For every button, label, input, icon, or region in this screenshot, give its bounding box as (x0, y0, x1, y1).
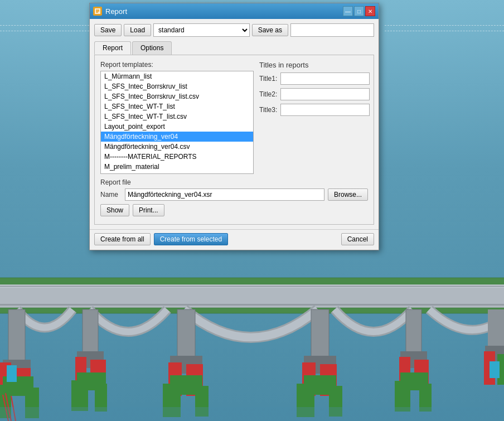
browse-button[interactable]: Browse... (328, 188, 368, 201)
svg-rect-19 (71, 380, 88, 411)
template-list-item[interactable]: Mängdförteckning_ver04.csv (101, 142, 253, 152)
save-button[interactable]: Save (94, 24, 122, 36)
tab-options[interactable]: Options (132, 41, 172, 55)
right-column: Titles in reports Title1: Title2: Title3… (259, 61, 368, 174)
create-from-all-button[interactable]: Create from all (94, 233, 151, 245)
title2-label: Title2: (259, 90, 277, 98)
template-list-item[interactable]: M_prelim_material (101, 162, 253, 172)
svg-rect-13 (7, 365, 17, 382)
svg-rect-50 (0, 407, 504, 421)
template-combo[interactable]: standard (153, 23, 250, 37)
dashed-line-4 (385, 31, 504, 31)
bridge-scene (0, 273, 504, 421)
dashed-line-1 (0, 25, 89, 26)
tab-content-report: Report templates: L_Mürmann_listL_SFS_In… (94, 55, 374, 225)
report-dialog: Report — □ ✕ Save Load standard Save as … (89, 3, 379, 250)
svg-rect-46 (490, 361, 500, 378)
dashed-line-3 (0, 31, 89, 31)
svg-rect-0 (0, 284, 504, 309)
template-list-item[interactable]: L_SFS_Intec_WT-T_list.csv (101, 112, 253, 122)
svg-rect-4 (0, 278, 504, 284)
titles-section: Titles in reports Title1: Title2: Title3… (259, 61, 368, 116)
name-label: Name (100, 191, 122, 199)
maximize-button[interactable]: □ (354, 6, 364, 16)
minimize-button[interactable]: — (343, 6, 353, 16)
dialog-title: Report (105, 7, 127, 16)
template-list-item[interactable]: L_Mürmann_list (101, 71, 253, 81)
template-list-item[interactable]: Main_parts_only (101, 172, 253, 174)
saveas-input[interactable] (290, 23, 374, 37)
title-bar-left: Report (93, 7, 127, 16)
title3-input[interactable] (280, 104, 370, 116)
title3-row: Title3: (259, 104, 368, 116)
file-name-row: Name Browse... (100, 188, 368, 201)
saveas-button[interactable]: Save as (252, 24, 288, 36)
titles-in-reports-label: Titles in reports (259, 61, 368, 69)
title2-row: Title2: (259, 88, 368, 100)
templates-label: Report templates: (100, 61, 254, 69)
file-name-input[interactable] (125, 188, 324, 201)
bottom-buttons: Create from all Create from selected Can… (90, 229, 379, 250)
dialog-body: Save Load standard Save as Report Option… (90, 19, 379, 229)
left-column: Report templates: L_Mürmann_listL_SFS_In… (100, 61, 254, 174)
close-button[interactable]: ✕ (365, 6, 375, 16)
load-button[interactable]: Load (124, 24, 151, 36)
title-controls: — □ ✕ (343, 6, 375, 16)
template-list-container[interactable]: L_Mürmann_listL_SFS_Intec_Borrskruv_list… (100, 71, 254, 174)
title-bar: Report — □ ✕ (90, 3, 379, 19)
tabs: Report Options (94, 41, 374, 55)
svg-rect-40 (395, 381, 410, 412)
template-list-item[interactable]: Mängdförteckning_ver04 (101, 132, 253, 142)
template-list-item[interactable]: M--------MATERIAL_REPORTS (101, 152, 253, 162)
template-list-item[interactable]: L_SFS_Intec_Borrskruv_list (101, 81, 253, 91)
title2-input[interactable] (280, 88, 370, 100)
two-col-layout: Report templates: L_Mürmann_listL_SFS_In… (100, 61, 368, 174)
print-button[interactable]: Print... (133, 204, 164, 216)
title1-label: Title1: (259, 75, 277, 83)
title3-label: Title3: (259, 106, 277, 114)
svg-rect-2 (0, 285, 504, 287)
template-list-item[interactable]: L_SFS_Intec_WT-T_list (101, 101, 253, 112)
report-file-label: Report file (100, 178, 368, 186)
show-button[interactable]: Show (100, 204, 129, 216)
title1-input[interactable] (280, 72, 370, 85)
cancel-button[interactable]: Cancel (341, 233, 374, 245)
title1-row: Title1: (259, 72, 368, 85)
svg-rect-3 (0, 304, 504, 306)
create-from-selected-button[interactable]: Create from selected (154, 233, 228, 245)
template-list-item[interactable]: Layout_point_export (101, 122, 253, 132)
toolbar-row: Save Load standard Save as (94, 23, 374, 37)
template-list-item[interactable]: L_SFS_Intec_Borrskruv_list.csv (101, 91, 253, 101)
dashed-line-2 (385, 25, 504, 26)
tab-report[interactable]: Report (94, 41, 131, 55)
report-icon (93, 7, 102, 16)
action-row: Show Print... (100, 204, 368, 216)
template-list: L_Mürmann_listL_SFS_Intec_Borrskruv_list… (101, 71, 253, 174)
report-file-section: Report file Name Browse... Show Print... (100, 178, 368, 216)
